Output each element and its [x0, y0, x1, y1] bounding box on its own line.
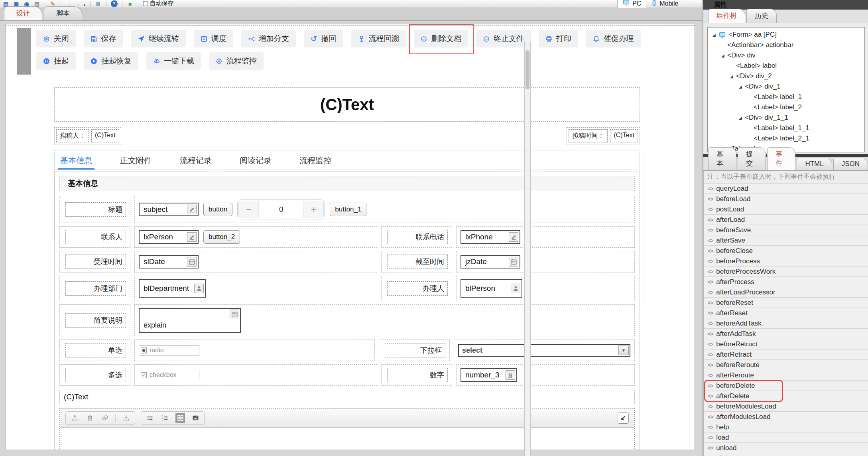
event-item-beforeReroute[interactable]: <>beforeReroute: [704, 360, 868, 370]
title-label-cell[interactable]: 标题: [59, 196, 130, 223]
tree-node[interactable]: ◢<Div> div_1: [708, 81, 864, 92]
draft-time-label[interactable]: 拟稿时间：: [569, 129, 608, 142]
form-tab-4[interactable]: 流程监控: [297, 155, 334, 170]
jzdate-field[interactable]: jzDate: [461, 255, 520, 268]
tree-node[interactable]: ◢<Div> div: [708, 50, 864, 61]
draft-time-value[interactable]: (C)Text: [610, 129, 638, 142]
chevron-down-icon[interactable]: ▼: [618, 345, 629, 355]
scrollbar-thumb[interactable]: [526, 50, 529, 89]
action-process-monitor-button[interactable]: 流程监控: [209, 52, 264, 70]
event-item-beforeLoad[interactable]: <>beforeLoad: [704, 194, 868, 204]
event-item-afterReroute[interactable]: <>afterReroute: [704, 370, 868, 381]
expand-caret-icon[interactable]: ◢: [739, 85, 745, 89]
lxperson-field[interactable]: lxPerson: [139, 230, 199, 244]
tree-node[interactable]: <Label> label_1_1: [708, 123, 864, 133]
action-print-button[interactable]: 打印: [539, 30, 578, 47]
actionbar-component[interactable]: ⊗关闭保存继续流转调度增加分支↺撤回流程回溯⊖删除文档⊖终止文件打印催促办理挂起…: [6, 25, 695, 78]
contact-person-label-cell[interactable]: 联系人: [59, 226, 130, 248]
dropdown-label-cell[interactable]: 下拉框: [379, 340, 450, 361]
lxphone-field[interactable]: lxPhone: [461, 230, 520, 244]
select-field[interactable]: select▼: [458, 344, 630, 357]
action-delete-document-button[interactable]: ⊖删除文档: [414, 30, 468, 47]
form-title-label[interactable]: (C)Text: [54, 87, 640, 122]
event-item-afterDelete[interactable]: <>afterDelete: [704, 391, 868, 401]
event-item-beforeProcessWork[interactable]: <>beforeProcessWork: [704, 266, 868, 277]
action-process-backtrack-button[interactable]: 流程回溯: [351, 30, 406, 47]
event-item-beforeDelete[interactable]: <>beforeDelete: [704, 381, 868, 391]
import-corner-icon[interactable]: ↙: [618, 413, 629, 424]
stepper-minus-button[interactable]: −: [239, 201, 259, 218]
action-continue-flow-button[interactable]: 继续流转: [131, 30, 186, 47]
expand-caret-icon[interactable]: ◢: [721, 53, 727, 58]
button-2-button[interactable]: button_2: [203, 230, 240, 244]
checkbox-field[interactable]: ✓checkbox: [139, 370, 199, 380]
event-item-beforeRetract[interactable]: <>beforeRetract: [704, 339, 868, 349]
image-icon[interactable]: [191, 413, 200, 423]
event-item-beforeClose[interactable]: <>beforeClose: [704, 246, 868, 256]
brief-label-cell[interactable]: 简要说明: [59, 304, 130, 336]
property-tab-1[interactable]: 提交: [738, 147, 766, 170]
action-suspend-button[interactable]: 挂起: [36, 52, 76, 70]
blperson-field[interactable]: blPerson: [461, 279, 522, 298]
event-item-load[interactable]: <>load: [704, 432, 868, 443]
stepper-value[interactable]: 0: [259, 201, 303, 218]
accept-time-label-cell[interactable]: 受理时间: [59, 251, 130, 272]
tree-node[interactable]: <Label> label_2: [708, 102, 864, 113]
grid-view-icon[interactable]: [175, 413, 185, 423]
event-item-afterLoadProcessor[interactable]: <>afterLoadProcessor: [704, 287, 868, 298]
event-item-beforeProcess[interactable]: <>beforeProcess: [704, 256, 868, 266]
stepper-plus-button[interactable]: +: [303, 201, 323, 218]
drafter-label[interactable]: 拟稿人：: [56, 129, 89, 142]
radio-label-cell[interactable]: 单选: [59, 340, 130, 361]
components-icon[interactable]: ■: [127, 0, 134, 7]
help-icon[interactable]: ?: [111, 0, 118, 7]
form-component[interactable]: (C)Text 拟稿人： (C)Text 拟稿时间： (C)Text 基本信息正…: [50, 84, 644, 450]
expand-caret-icon[interactable]: ◢: [739, 116, 745, 120]
action-terminate-file-button[interactable]: ⊖终止文件: [476, 30, 531, 47]
action-withdraw-button[interactable]: ↺撤回: [304, 30, 343, 47]
event-item-afterSave[interactable]: <>afterSave: [704, 235, 868, 246]
designer-tab-script[interactable]: 脚本: [44, 6, 82, 20]
action-resume-button[interactable]: 挂起恢复: [84, 52, 138, 70]
edit-icon[interactable]: [509, 232, 518, 242]
tree-node[interactable]: <Actionbar> actionbar: [708, 40, 864, 50]
tree-node[interactable]: ◢<Div> div_1_1: [708, 113, 864, 123]
actionbar-drag-handle[interactable]: [17, 28, 31, 75]
event-item-queryLoad[interactable]: <>queryLoad: [704, 184, 868, 194]
number-icon[interactable]: N: [506, 370, 515, 380]
mode-mobile-button[interactable]: Mobile: [646, 0, 683, 9]
text-label[interactable]: (C)Text: [59, 390, 635, 404]
sldate-field[interactable]: slDate: [139, 255, 199, 268]
action-close-button[interactable]: ⊗关闭: [36, 30, 76, 47]
action-urge-handling-button[interactable]: 催促办理: [586, 30, 641, 47]
bldepartment-field[interactable]: blDepartment: [139, 279, 206, 298]
mode-pc-button[interactable]: PC: [617, 0, 646, 9]
designer-tab-design[interactable]: 设计: [4, 6, 42, 20]
person-icon[interactable]: [511, 284, 520, 293]
event-item-help[interactable]: <>help: [704, 422, 868, 432]
download-icon[interactable]: [121, 413, 131, 423]
event-item-postLoad[interactable]: <>postLoad: [704, 204, 868, 215]
handle-department-label-cell[interactable]: 办理部门: [59, 276, 130, 301]
tree-node[interactable]: <Label> label: [708, 61, 864, 71]
property-tab-0[interactable]: 基本: [708, 147, 736, 170]
unlink-icon[interactable]: [100, 413, 110, 423]
property-tab-3[interactable]: HTML: [797, 158, 832, 170]
drafter-value[interactable]: (C)Text: [91, 129, 119, 142]
canvas-scrollbar[interactable]: [524, 41, 531, 456]
event-item-afterReset[interactable]: <>afterReset: [704, 308, 868, 318]
event-item-beforeSave[interactable]: <>beforeSave: [704, 225, 868, 235]
calendar-icon[interactable]: [509, 257, 518, 266]
button-button[interactable]: button: [203, 203, 232, 216]
form-tab-1[interactable]: 正文附件: [118, 155, 154, 170]
event-item-afterRetract[interactable]: <>afterRetract: [704, 349, 868, 360]
tree-node[interactable]: ◢<Form> aa [PC]: [708, 30, 864, 40]
tree-tab-0[interactable]: 组件树: [708, 9, 745, 23]
radio-field[interactable]: radio: [139, 345, 199, 355]
numbered-list-icon[interactable]: [160, 413, 170, 423]
upload-icon[interactable]: [70, 413, 79, 423]
edit-icon[interactable]: [187, 205, 197, 214]
event-item-afterLoad[interactable]: <>afterLoad: [704, 215, 868, 225]
handler-label-cell[interactable]: 办理人: [381, 276, 452, 301]
number-label-cell[interactable]: 数字: [381, 364, 452, 386]
